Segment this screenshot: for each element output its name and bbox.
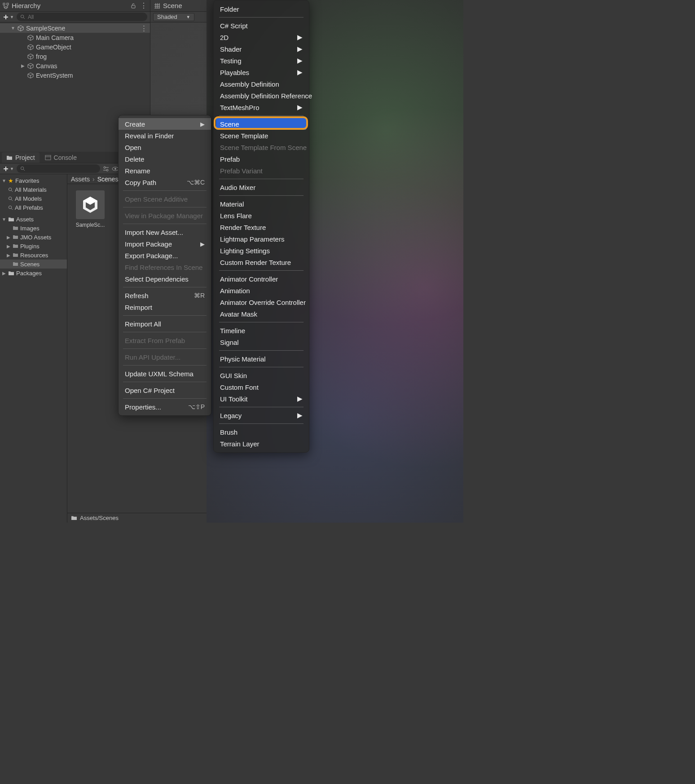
submenu-item[interactable]: Lens Flare: [214, 210, 309, 221]
submenu-item[interactable]: Prefab: [214, 153, 309, 165]
hierarchy-tab[interactable]: Hierarchy: [3, 2, 40, 9]
shading-mode-dropdown[interactable]: Shaded ▼: [153, 13, 194, 21]
tab-console[interactable]: Console: [40, 152, 81, 163]
submenu-item[interactable]: Scene Template: [214, 130, 309, 141]
submenu-item[interactable]: Shader▶: [214, 43, 309, 55]
menu-item[interactable]: Reimport All: [119, 318, 211, 330]
submenu-item-label: Lightmap Parameters: [220, 235, 284, 243]
submenu-item[interactable]: Animator Override Controller: [214, 296, 309, 308]
filter-icon[interactable]: [103, 166, 109, 172]
hierarchy-item[interactable]: frog: [0, 52, 150, 61]
submenu-item-label: Signal: [220, 339, 239, 346]
submenu-item[interactable]: Scene: [216, 118, 307, 130]
breadcrumb-root[interactable]: Assets: [71, 176, 90, 183]
favorite-item[interactable]: All Models: [0, 194, 67, 203]
submenu-item[interactable]: Brush: [214, 426, 309, 438]
favorite-item[interactable]: All Materials: [0, 185, 67, 194]
kebab-icon[interactable]: ⋮: [140, 2, 147, 9]
submenu-item[interactable]: Assembly Definition Reference: [214, 90, 309, 101]
submenu-item[interactable]: Custom Font: [214, 381, 309, 393]
submenu-item[interactable]: TextMeshPro▶: [214, 101, 309, 113]
asset-folder-item[interactable]: ▶Plugins: [0, 242, 67, 251]
separator: [123, 365, 207, 366]
asset-item-scene[interactable]: SampleSc...: [74, 190, 107, 228]
submenu-item[interactable]: Avatar Mask: [214, 308, 309, 320]
menu-item[interactable]: Properties...⌥⇧P: [119, 401, 211, 413]
menu-item[interactable]: Open C# Project: [119, 384, 211, 396]
menu-item-label: Import Package: [125, 240, 172, 248]
submenu-item[interactable]: Legacy▶: [214, 410, 309, 421]
menu-item[interactable]: Create▶: [119, 118, 211, 130]
favorite-item[interactable]: All Prefabs: [0, 203, 67, 212]
menu-item[interactable]: Rename: [119, 165, 211, 176]
expand-caret-icon[interactable]: ▶: [6, 235, 11, 240]
hierarchy-item[interactable]: Main Camera: [0, 33, 150, 42]
hierarchy-item[interactable]: GameObject: [0, 42, 150, 52]
submenu-item[interactable]: Animator Controller: [214, 273, 309, 285]
hierarchy-search[interactable]: [17, 13, 147, 21]
submenu-item[interactable]: Terrain Layer: [214, 438, 309, 449]
submenu-item[interactable]: Assembly Definition: [214, 78, 309, 90]
menu-item[interactable]: Select Dependencies: [119, 273, 211, 285]
project-search[interactable]: [17, 164, 100, 173]
project-search-input[interactable]: [28, 166, 97, 172]
submenu-item[interactable]: Render Texture: [214, 221, 309, 233]
menu-item[interactable]: Import New Asset...: [119, 226, 211, 238]
submenu-item[interactable]: C# Script: [214, 20, 309, 31]
expand-caret-icon[interactable]: ▼: [2, 217, 6, 222]
expand-caret-icon[interactable]: ▶: [6, 244, 11, 249]
submenu-item[interactable]: Testing▶: [214, 55, 309, 66]
submenu-item[interactable]: Audio Mixer: [214, 181, 309, 193]
scene-tab-label[interactable]: Scene: [163, 2, 182, 9]
asset-folder-item[interactable]: Images: [0, 224, 67, 233]
asset-folder-item[interactable]: ▶JMO Assets: [0, 233, 67, 242]
submenu-item[interactable]: Lightmap Parameters: [214, 233, 309, 245]
expand-caret-icon[interactable]: ▼: [2, 178, 6, 183]
tab-project-label: Project: [15, 154, 35, 161]
project-add-button[interactable]: ▼: [3, 166, 14, 172]
submenu-item[interactable]: 2D▶: [214, 31, 309, 43]
submenu-item[interactable]: UI Toolkit▶: [214, 393, 309, 405]
hierarchy-item[interactable]: ▶Canvas: [0, 61, 150, 70]
submenu-item[interactable]: Timeline: [214, 325, 309, 336]
asset-folder-item[interactable]: ▶Resources: [0, 251, 67, 260]
console-icon: [45, 155, 51, 160]
kebab-icon[interactable]: ⋮: [141, 24, 150, 32]
submenu-item[interactable]: Animation: [214, 285, 309, 296]
folder-icon: [8, 217, 14, 222]
submenu-item[interactable]: Custom Render Texture: [214, 256, 309, 268]
menu-item[interactable]: Reveal in Finder: [119, 130, 211, 141]
packages-row[interactable]: ▶ Packages: [0, 269, 67, 277]
assets-row[interactable]: ▼ Assets: [0, 215, 67, 224]
menu-item[interactable]: Open: [119, 141, 211, 153]
menu-item[interactable]: Export Package...: [119, 250, 211, 261]
scene-root-row[interactable]: ▼ SampleScene ⋮: [0, 23, 150, 33]
submenu-item[interactable]: Playables▶: [214, 66, 309, 78]
menu-item[interactable]: Delete: [119, 153, 211, 165]
submenu-item[interactable]: Folder: [214, 3, 309, 15]
submenu-item[interactable]: Physic Material: [214, 353, 309, 365]
expand-caret-icon[interactable]: ▶: [21, 63, 25, 68]
hierarchy-tab-header: Hierarchy ⋮: [0, 0, 150, 12]
hierarchy-search-input[interactable]: [28, 14, 144, 20]
asset-folder-item[interactable]: Scenes: [0, 260, 67, 269]
menu-item[interactable]: Refresh⌘R: [119, 290, 211, 301]
menu-item[interactable]: Update UXML Schema: [119, 368, 211, 379]
hierarchy-item[interactable]: EventSystem: [0, 70, 150, 80]
unlock-icon[interactable]: [130, 3, 136, 9]
expand-caret-icon[interactable]: ▼: [11, 26, 15, 31]
expand-caret-icon[interactable]: ▶: [2, 271, 6, 276]
menu-item[interactable]: Copy Path⌥⌘C: [119, 176, 211, 188]
submenu-item[interactable]: GUI Skin: [214, 370, 309, 381]
tab-project[interactable]: Project: [2, 152, 40, 163]
gameobject-icon: [27, 53, 34, 60]
add-button[interactable]: ▼: [3, 14, 14, 20]
menu-item[interactable]: Import Package▶: [119, 238, 211, 250]
expand-caret-icon[interactable]: ▶: [6, 253, 11, 258]
breadcrumb-current[interactable]: Scenes: [97, 176, 119, 183]
menu-item[interactable]: Reimport: [119, 301, 211, 313]
favorites-row[interactable]: ▼ ★ Favorites: [0, 176, 67, 185]
submenu-item[interactable]: Lighting Settings: [214, 245, 309, 256]
submenu-item[interactable]: Signal: [214, 336, 309, 348]
submenu-item[interactable]: Material: [214, 198, 309, 210]
